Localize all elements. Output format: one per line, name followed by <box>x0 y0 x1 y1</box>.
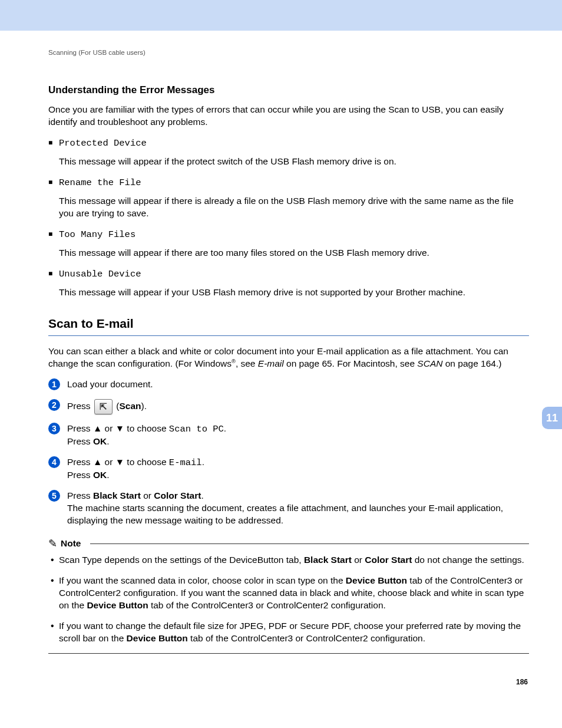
error-item: Rename the File This message will appear… <box>48 176 529 220</box>
document-page: 11 Scanning (For USB cable users) Unders… <box>0 0 562 687</box>
procedure-steps: 1 Load your document. 2 Press ⇱ (Scan). … <box>48 378 529 527</box>
running-head: Scanning (For USB cable users) <box>48 48 529 58</box>
note-text: or <box>352 555 365 565</box>
error-description: This message will appear if your USB Fla… <box>59 286 529 299</box>
step-4: 4 Press ▲ or ▼ to choose E-mail. Press O… <box>48 456 529 482</box>
section-heading: Understanding the Error Messages <box>48 84 529 97</box>
note-text: tab of the ControlCenter3 or ControlCent… <box>188 633 425 643</box>
step-2: 2 Press ⇱ (Scan). <box>48 399 529 414</box>
page-number: 186 <box>48 677 529 687</box>
error-description: This message will appear if there is alr… <box>59 195 529 220</box>
lcd-option: Scan to PC <box>169 424 224 434</box>
error-label: Rename the File <box>59 177 141 188</box>
note-bold: Device Button <box>127 633 188 643</box>
cross-ref-link[interactable]: SCAN <box>417 358 442 368</box>
step-text: The machine starts scanning the document… <box>67 503 503 525</box>
step-text: . <box>107 470 109 480</box>
error-description: This message will appear if there are to… <box>59 247 529 259</box>
notes-list: Scan Type depends on the settings of the… <box>48 554 529 645</box>
step-text: Press <box>67 490 93 500</box>
note-title: Note <box>61 538 81 550</box>
note-icon: ✎ <box>48 538 57 549</box>
note-item: If you want to change the default file s… <box>48 620 529 645</box>
note-item: If you want the scanned data in color, c… <box>48 575 529 612</box>
note-bold: Black Start <box>304 555 352 565</box>
step-3: 3 Press ▲ or ▼ to choose Scan to PC. Pre… <box>48 423 529 448</box>
arrow-up-down: ▲ or ▼ <box>93 457 124 467</box>
step-text: . <box>201 490 203 500</box>
note-bold: Color Start <box>365 555 412 565</box>
note-end-rule <box>48 653 529 654</box>
registered-mark: ® <box>232 358 236 364</box>
step-text: . <box>202 457 204 467</box>
step-number-badge: 3 <box>48 423 60 434</box>
step-number-badge: 5 <box>48 490 60 502</box>
step-text: . <box>107 436 109 446</box>
note-bold: Device Button <box>87 600 148 610</box>
step-text: Press <box>67 457 93 467</box>
text-run: , see <box>236 358 258 368</box>
step-bold: Scan <box>119 401 141 411</box>
note-heading-row: ✎ Note <box>48 538 529 550</box>
step-text: Press <box>67 436 93 446</box>
step-number-badge: 2 <box>48 399 60 411</box>
note-text: Scan Type depends on the settings of the… <box>59 555 304 565</box>
step-text: Press <box>67 470 93 480</box>
chapter-tab: 11 <box>542 407 562 429</box>
page-content: Scanning (For USB cable users) Understan… <box>0 31 562 687</box>
note-bold: Device Button <box>346 575 407 585</box>
note-rule <box>90 543 529 544</box>
note-text: tab of the ControlCenter3 or ControlCent… <box>148 600 386 610</box>
text-run: on page 164.) <box>442 358 501 368</box>
error-label: Protected Device <box>59 138 147 149</box>
step-number-badge: 1 <box>48 378 60 390</box>
step-text: Press <box>67 423 93 433</box>
error-item: Unusable Device This message will appear… <box>48 268 529 299</box>
step-text: ). <box>141 401 146 411</box>
error-list: Protected Device This message will appea… <box>48 137 529 298</box>
cross-ref-link[interactable]: E-mail <box>258 358 284 368</box>
lcd-option: E-mail <box>169 457 202 468</box>
error-label: Unusable Device <box>59 269 141 279</box>
error-item: Protected Device This message will appea… <box>48 137 529 168</box>
step-bold: Black Start <box>93 490 141 500</box>
note-item: Scan Type depends on the settings of the… <box>48 554 529 566</box>
step-text: to choose <box>124 457 169 467</box>
section2-intro: You can scan either a black and white or… <box>48 345 529 370</box>
section-main-heading: Scan to E-mail <box>48 315 529 332</box>
step-number-badge: 4 <box>48 456 60 468</box>
step-text: to choose <box>124 423 169 433</box>
note-text: do not change the settings. <box>412 555 524 565</box>
error-item: Too Many Files This message will appear … <box>48 228 529 259</box>
step-bold: OK <box>93 436 107 446</box>
heading-rule <box>48 335 529 336</box>
step-5: 5 Press Black Start or Color Start. The … <box>48 490 529 527</box>
top-band-decoration <box>0 0 562 31</box>
step-text: . <box>224 423 226 433</box>
error-label: Too Many Files <box>59 229 135 240</box>
text-run: on page 65. For Macintosh, see <box>284 358 418 368</box>
scan-button-icon: ⇱ <box>94 399 113 414</box>
step-text: Press <box>67 401 93 411</box>
section-intro: Once you are familiar with the types of … <box>48 104 529 129</box>
error-description: This message will appear if the protect … <box>59 156 529 168</box>
step-bold: OK <box>93 470 107 480</box>
arrow-up-down: ▲ or ▼ <box>93 423 124 433</box>
step-text: Load your document. <box>67 379 153 389</box>
step-1: 1 Load your document. <box>48 378 529 391</box>
step-text: or <box>141 490 154 500</box>
note-text: If you want the scanned data in color, c… <box>59 575 346 585</box>
step-bold: Color Start <box>154 490 201 500</box>
